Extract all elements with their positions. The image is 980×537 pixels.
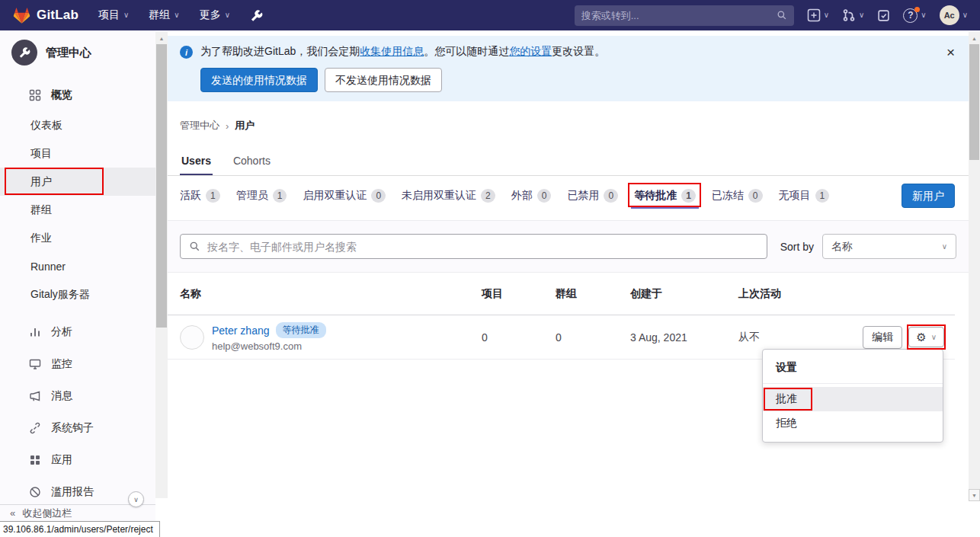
sidebar-item-jobs[interactable]: 作业	[0, 224, 155, 252]
sidebar-item-label: 消息	[51, 389, 72, 403]
gitlab-logo[interactable]: GitLab	[12, 6, 78, 24]
global-search[interactable]	[575, 5, 794, 26]
filter-pending-approval[interactable]: 等待批准 1	[634, 189, 696, 203]
pending-approval-badge: 等待批准	[276, 322, 326, 338]
scrollbar-thumb[interactable]	[969, 44, 979, 160]
sidebar-item-projects[interactable]: 项目	[0, 139, 155, 168]
edit-user-button[interactable]: 编辑	[863, 326, 902, 349]
slash-circle-icon	[29, 486, 41, 498]
sidebar-item-monitoring[interactable]: 监控	[0, 348, 155, 380]
filter-admins[interactable]: 管理员1	[236, 189, 287, 203]
approve-label: 批准	[776, 392, 797, 404]
collapse-sidebar-button[interactable]: « 收起侧边栏	[0, 504, 155, 521]
filter-2fa-enabled[interactable]: 启用双重认证0	[303, 189, 386, 203]
monitor-icon	[29, 358, 41, 370]
todo-check-icon	[877, 9, 890, 22]
sidebar-item-overview[interactable]: 概览	[0, 79, 155, 111]
user-filters: 活跃1 管理员1 启用双重认证0 未启用双重认证2 外部0 已禁用0 等待批准 …	[180, 183, 955, 209]
annotation-box-users	[5, 168, 104, 195]
admin-area-button[interactable]	[250, 9, 263, 22]
apps-grid-icon	[29, 454, 41, 466]
filter-2fa-disabled[interactable]: 未启用双重认证2	[402, 189, 495, 203]
overview-icon	[29, 89, 41, 101]
send-usage-data-button[interactable]: 发送的使用情况数据	[200, 68, 318, 92]
new-menu-button[interactable]: ∨	[807, 8, 829, 22]
gitlab-logo-text: GitLab	[37, 8, 78, 23]
chart-icon	[29, 326, 41, 338]
dropdown-item-approve[interactable]: 批准	[763, 387, 943, 411]
dropdown-item-reject[interactable]: 拒绝	[763, 411, 943, 436]
gear-icon: ⚙	[916, 331, 926, 343]
collect-usage-info-link[interactable]: 收集使用信息	[360, 45, 424, 57]
filter-active[interactable]: 活跃1	[180, 189, 220, 203]
breadcrumb-admin[interactable]: 管理中心	[180, 119, 219, 133]
chevron-down-icon: ∨	[225, 11, 230, 19]
filter-label: 未启用双重认证	[402, 189, 476, 203]
global-search-input[interactable]	[581, 10, 770, 21]
sidebar-item-messages[interactable]: 消息	[0, 380, 155, 412]
sidebar-scroll-down-indicator[interactable]: ∨	[128, 491, 144, 507]
reject-label: 拒绝	[776, 417, 797, 429]
filter-count: 0	[537, 189, 552, 203]
admin-area-avatar	[11, 40, 37, 66]
your-settings-link[interactable]: 您的设置	[509, 45, 552, 57]
collapse-chevrons-icon: «	[10, 507, 15, 519]
sidebar-item-users[interactable]: 用户	[0, 168, 155, 196]
sidebar-item-dashboard[interactable]: 仪表板	[0, 111, 155, 139]
filter-count: 2	[481, 189, 495, 203]
banner-text-1: 为了帮助改进GitLab，我们会定期	[200, 45, 360, 57]
dont-send-usage-data-button[interactable]: 不发送使用情况数据	[325, 68, 442, 92]
sort-by-label: Sort by	[780, 241, 814, 253]
sort-dropdown[interactable]: 名称 ∨	[822, 234, 956, 259]
nav-menu-more[interactable]: 更多 ∨	[200, 8, 230, 22]
sidebar-item-groups[interactable]: 群组	[0, 196, 155, 224]
scroll-up-arrow[interactable]: ▲	[969, 32, 980, 44]
sidebar-item-system-hooks[interactable]: 系统钩子	[0, 412, 155, 444]
chevron-down-icon: ∨	[824, 11, 829, 19]
user-actions-dropdown-menu: 设置 批准 拒绝	[762, 349, 943, 443]
todos-button[interactable]	[877, 9, 890, 22]
nav-menu-more-label: 更多	[200, 8, 221, 22]
sidebar-item-gitaly[interactable]: Gitaly服务器	[0, 280, 155, 308]
sidebar-item-runners[interactable]: Runner	[0, 252, 155, 280]
sidebar-item-applications[interactable]: 应用	[0, 444, 155, 476]
filter-label: 启用双重认证	[303, 189, 367, 203]
user-menu-button[interactable]: Ac ∨	[940, 5, 968, 25]
column-header-projects: 项目	[469, 287, 543, 301]
chevron-down-icon: ∨	[942, 242, 947, 251]
sidebar-scrollbar[interactable]: ▲	[155, 32, 168, 498]
new-user-button[interactable]: 新用户	[902, 184, 955, 208]
scroll-down-arrow[interactable]: ▼	[969, 489, 980, 501]
chevron-down-icon: ∨	[123, 11, 129, 19]
dropdown-divider	[763, 383, 943, 384]
chevron-down-icon: ∨	[133, 496, 139, 503]
help-menu-button[interactable]: ? ∨	[903, 8, 926, 23]
filter-count: 1	[206, 189, 220, 203]
user-search-panel: Sort by 名称 ∨	[168, 220, 969, 273]
page-scrollbar[interactable]: ▲ ▼	[969, 32, 980, 501]
merge-requests-button[interactable]: ∨	[842, 8, 864, 22]
gitlab-tanuki-icon	[12, 6, 31, 24]
banner-close-button[interactable]: ×	[945, 45, 956, 59]
sidebar-item-analytics[interactable]: 分析	[0, 316, 155, 348]
filter-banned[interactable]: 已冻结0	[712, 189, 763, 203]
notification-dot	[914, 7, 920, 12]
nav-menu-projects[interactable]: 项目 ∨	[98, 8, 129, 22]
nav-menu-groups[interactable]: 群组 ∨	[149, 8, 179, 22]
tab-users[interactable]: Users	[180, 147, 213, 175]
admin-area-header[interactable]: 管理中心	[0, 30, 155, 75]
breadcrumb-users[interactable]: 用户	[235, 119, 255, 133]
user-actions-dropdown-button[interactable]: ⚙ ∨	[908, 327, 944, 347]
user-search-box[interactable]	[180, 234, 767, 259]
filter-without-projects[interactable]: 无项目1	[779, 189, 830, 203]
filter-external[interactable]: 外部0	[511, 189, 552, 203]
user-search-input[interactable]	[207, 241, 758, 253]
filter-count: 1	[815, 189, 830, 203]
tab-cohorts[interactable]: Cohorts	[232, 147, 272, 175]
scrollbar-thumb[interactable]	[156, 44, 167, 328]
usage-ping-banner: i 为了帮助改进GitLab，我们会定期收集使用信息。您可以随时通过您的设置更改…	[168, 36, 969, 101]
scroll-up-arrow[interactable]: ▲	[155, 32, 168, 44]
users-table-header: 名称 项目 群组 创建于 上次活动	[168, 273, 955, 315]
user-name-link[interactable]: Peter zhang	[212, 324, 270, 337]
filter-blocked[interactable]: 已禁用0	[567, 189, 618, 203]
